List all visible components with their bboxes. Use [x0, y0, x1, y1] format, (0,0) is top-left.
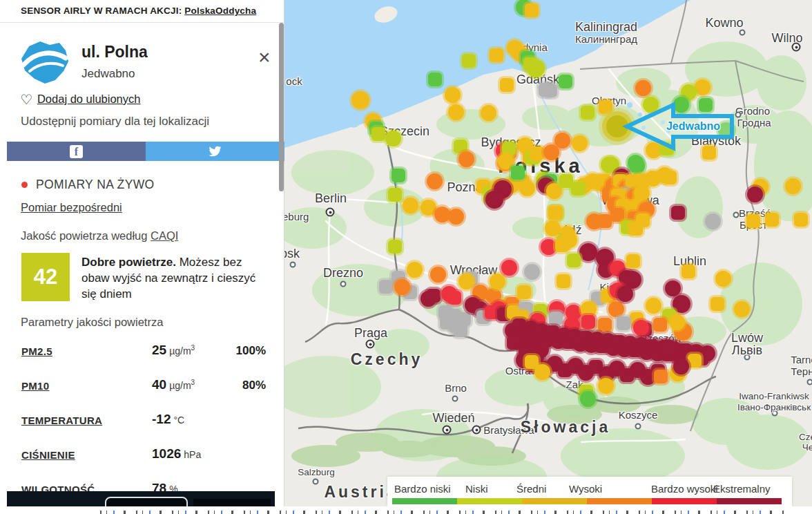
sensor-marker[interactable] — [579, 243, 597, 261]
sensor-marker[interactable] — [430, 267, 446, 283]
parameter-label[interactable]: PM2.5 — [21, 345, 52, 357]
add-to-favorites-link[interactable]: Dodaj do ulubionych — [37, 93, 141, 105]
sensor-marker[interactable] — [598, 378, 614, 394]
sensor-marker[interactable] — [407, 262, 423, 278]
sensor-marker[interactable] — [580, 391, 596, 407]
sensor-marker[interactable] — [392, 169, 405, 182]
sensor-marker[interactable] — [388, 240, 402, 254]
sensor-marker[interactable] — [454, 323, 467, 337]
campaign-link[interactable]: PolskaOddycha — [184, 6, 256, 16]
sidebar-scrollbar[interactable] — [279, 23, 284, 191]
sensor-marker[interactable] — [617, 316, 630, 330]
sensor-marker[interactable] — [388, 188, 402, 202]
sensor-marker[interactable] — [646, 298, 661, 314]
sensor-marker[interactable] — [548, 206, 562, 220]
sensor-marker[interactable] — [530, 146, 544, 160]
sensor-marker[interactable] — [598, 214, 612, 228]
parameter-label[interactable]: PM10 — [21, 380, 49, 392]
sensor-marker[interactable] — [428, 73, 442, 86]
sensor-marker[interactable] — [608, 301, 624, 317]
sensor-marker[interactable] — [794, 213, 808, 227]
sensor-marker[interactable] — [581, 106, 594, 120]
sensor-marker[interactable] — [715, 271, 731, 287]
sensor-marker[interactable] — [351, 91, 369, 109]
sensor-marker[interactable] — [447, 291, 461, 305]
map-label: psk — [284, 247, 300, 261]
sensor-marker[interactable] — [705, 213, 721, 229]
sensor-marker[interactable] — [710, 297, 724, 311]
sensor-marker[interactable] — [747, 187, 763, 202]
sensor-marker[interactable] — [746, 214, 760, 228]
sensor-marker[interactable] — [448, 104, 464, 120]
sensor-marker[interactable] — [543, 144, 559, 160]
sensor-marker[interactable] — [673, 359, 689, 374]
sensor-marker[interactable] — [663, 171, 677, 184]
sensor-marker[interactable] — [519, 180, 535, 196]
sensor-marker[interactable] — [654, 370, 668, 383]
sensor-marker[interactable] — [610, 208, 624, 222]
sensor-marker[interactable] — [445, 87, 461, 103]
sensor-marker[interactable] — [534, 364, 550, 380]
sensor-marker[interactable] — [682, 265, 695, 278]
sensor-marker[interactable] — [394, 279, 410, 295]
twitter-share-button[interactable] — [146, 142, 284, 161]
sensor-marker[interactable] — [629, 222, 643, 236]
sensor-marker[interactable] — [688, 354, 702, 368]
sensor-marker[interactable] — [549, 312, 563, 325]
sensor-marker[interactable] — [434, 207, 450, 222]
sensor-marker[interactable] — [671, 206, 685, 220]
sensor-marker[interactable] — [517, 285, 531, 299]
caqi-link[interactable]: CAQI — [151, 229, 178, 242]
poland-air-quality-map[interactable]: ockKaliningradКалининградKownoWilnoGrodn… — [284, 0, 812, 514]
sensor-marker[interactable] — [527, 59, 545, 77]
parameter-label[interactable]: CIŚNIENIE — [21, 449, 75, 461]
sensor-marker[interactable] — [581, 315, 595, 329]
sensor-marker[interactable] — [427, 173, 443, 189]
sensor-marker[interactable] — [669, 314, 685, 330]
sensor-marker[interactable] — [571, 182, 585, 196]
sensor-marker[interactable] — [598, 318, 612, 332]
sensor-marker[interactable] — [448, 209, 464, 225]
sensor-marker[interactable] — [617, 286, 633, 302]
sensor-marker[interactable] — [403, 198, 418, 213]
sensor-marker[interactable] — [490, 48, 503, 62]
sensor-marker[interactable] — [545, 220, 561, 236]
sensor-marker[interactable] — [427, 289, 441, 303]
add-to-favorites[interactable]: ♡Dodaj do ulubionych — [20, 91, 140, 108]
sensor-marker[interactable] — [543, 84, 557, 97]
sensor-marker[interactable] — [485, 191, 503, 209]
sensor-marker[interactable] — [665, 280, 681, 296]
sensor-marker[interactable] — [420, 200, 436, 216]
sensor-marker[interactable] — [462, 54, 476, 68]
close-icon[interactable]: × — [258, 47, 271, 68]
sensor-marker[interactable] — [500, 78, 514, 92]
sensor-marker[interactable] — [490, 274, 505, 289]
sensor-marker[interactable] — [653, 318, 667, 332]
sensor-marker[interactable] — [501, 260, 517, 276]
sensor-marker[interactable] — [765, 213, 779, 227]
sensor-marker[interactable] — [633, 320, 649, 336]
sensor-marker[interactable] — [572, 135, 588, 151]
sensor-marker[interactable] — [371, 127, 385, 141]
sensor-marker[interactable] — [557, 274, 570, 288]
sensor-marker[interactable] — [626, 254, 640, 268]
sensor-marker[interactable] — [785, 178, 801, 194]
sensor-marker[interactable] — [379, 280, 393, 294]
sensor-marker[interactable] — [541, 239, 557, 255]
sensor-marker[interactable] — [458, 274, 474, 289]
sensor-marker[interactable] — [385, 131, 401, 146]
sensor-marker[interactable] — [660, 339, 676, 355]
direct-measurement-link[interactable]: Pomiar bezpośredni — [21, 201, 122, 214]
sensor-marker[interactable] — [458, 151, 474, 167]
parameter-label[interactable]: TEMPERATURA — [21, 415, 102, 426]
facebook-share-button[interactable]: f — [7, 142, 146, 161]
sensor-marker[interactable] — [561, 232, 577, 248]
sensor-marker[interactable] — [511, 166, 525, 180]
sensor-marker[interactable] — [559, 75, 572, 88]
sensor-marker[interactable] — [524, 264, 540, 280]
sensor-marker[interactable] — [567, 254, 581, 267]
sensor-marker[interactable] — [525, 3, 539, 17]
sensor-marker[interactable] — [498, 153, 514, 169]
sensor-marker[interactable] — [734, 301, 750, 317]
sensor-marker[interactable] — [481, 105, 496, 121]
